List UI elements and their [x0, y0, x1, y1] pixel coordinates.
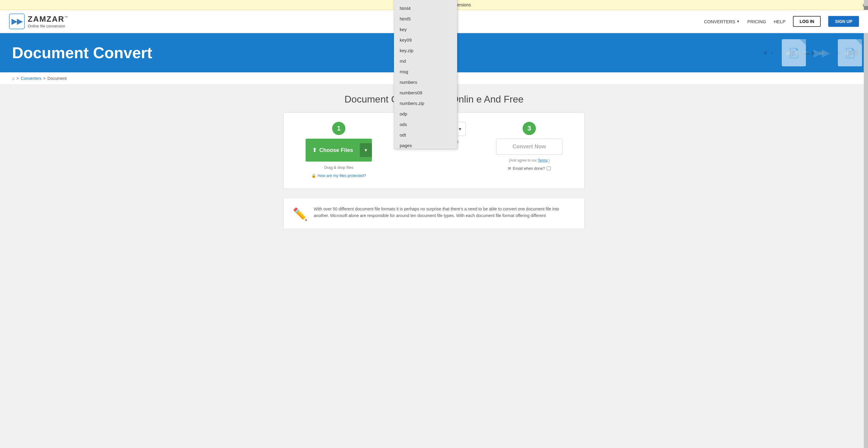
upload-icon: ⬆ [312, 147, 317, 153]
logo-subtitle: Online file conversion [28, 24, 69, 28]
email-icon: ✉ [508, 166, 511, 171]
choose-files-main: ⬆ Choose Files [306, 147, 360, 153]
main-content: Document C onverter — Onlin e And Free 1… [0, 85, 868, 238]
file-icon-right: 📄 [838, 39, 862, 66]
login-button[interactable]: LOG IN [793, 16, 821, 27]
step-3-circle: 3 [523, 122, 536, 135]
step-1-circle: 1 [332, 122, 345, 135]
breadcrumb-home[interactable]: ⌂ [12, 76, 14, 81]
lock-icon: 🔒 [311, 173, 316, 178]
nav-help[interactable]: HELP [774, 19, 785, 24]
converters-caret-icon: ▼ [737, 20, 740, 23]
dropdown-item-odt[interactable]: odt [394, 130, 457, 140]
dropdown-item-html[interactable]: html [394, 0, 457, 3]
logo: ▶▶ ZAMZAR™ Online file conversion [9, 13, 69, 29]
dropdown-item-odp[interactable]: odp [394, 109, 457, 119]
email-done-checkbox[interactable] [547, 167, 551, 170]
dropdown-item-key[interactable]: key [394, 24, 457, 35]
bg-icon-2: ♪ [771, 50, 773, 56]
file-icon-left: 📄 [782, 39, 806, 66]
choose-files-caret[interactable]: ▼ [360, 143, 372, 157]
breadcrumb-sep2: > [43, 76, 45, 81]
nav-converters[interactable]: CONVERTERS ▼ [704, 19, 740, 24]
email-when-done: ✉ Email when done? [508, 166, 551, 171]
dropdown-item-key09[interactable]: key09 [394, 35, 457, 45]
converter-box: 1 ⬆ Choose Files ▼ Drag & drop files 🔒 H… [283, 113, 585, 189]
dropdown-item-html5[interactable]: html5 [394, 13, 457, 24]
drag-drop-text: Drag & drop files [324, 165, 353, 170]
dropdown-item-numberszip[interactable]: numbers.zip [394, 98, 457, 109]
choose-files-button[interactable]: ⬆ Choose Files ▼ [306, 139, 372, 161]
dropdown-item-numbers09[interactable]: numbers09 [394, 87, 457, 98]
step-1: 1 ⬆ Choose Files ▼ Drag & drop files 🔒 H… [296, 122, 382, 178]
description-text: With over 50 different document file for… [314, 206, 575, 219]
nav-pricing[interactable]: PRICING [747, 19, 766, 24]
step-3: 3 Convert Now (And agree to our Terms ) … [486, 122, 572, 171]
logo-text: ZAMZAR™ Online file conversion [28, 14, 69, 28]
step-2: html html4 html5 key key09 key.zip md ms… [391, 122, 477, 144]
dropdown-item-pages[interactable]: pages [394, 140, 457, 149]
logo-name: ZAMZAR™ [28, 14, 69, 24]
dropdown-item-html4[interactable]: html4 [394, 3, 457, 13]
dropdown-item-numbers[interactable]: numbers [394, 77, 457, 87]
converter-steps: 1 ⬆ Choose Files ▼ Drag & drop files 🔒 H… [296, 122, 572, 178]
description-box: ✏️ With over 50 different document file … [283, 198, 585, 229]
hero-title: Document Convert [12, 44, 152, 62]
dropdown-item-ods[interactable]: ods [394, 119, 457, 130]
bg-icon-3: 🎵 [776, 50, 782, 56]
terms-link[interactable]: Terms [538, 158, 548, 162]
dropdown-item-md[interactable]: md [394, 56, 457, 66]
format-dropdown-popup[interactable]: html html4 html5 key key09 key.zip md ms… [394, 0, 457, 149]
signup-button[interactable]: SIGN UP [828, 16, 859, 27]
dropdown-item-keyzip[interactable]: key.zip [394, 45, 457, 56]
logo-arrows-icon: ▶▶ [11, 17, 22, 26]
convert-now-button[interactable]: Convert Now [496, 139, 562, 155]
dropdown-item-msg[interactable]: msg [394, 66, 457, 77]
bg-icon-1: 🖥 [763, 50, 768, 56]
breadcrumb-current: Document [47, 76, 67, 81]
file-protected-link[interactable]: 🔒 How are my files protected? [311, 173, 366, 178]
header-nav: CONVERTERS ▼ PRICING HELP LOG IN SIGN UP [704, 16, 859, 27]
logo-box: ▶▶ [9, 13, 25, 29]
agree-terms-text: (And agree to our Terms ) [509, 158, 550, 162]
description-icon: ✏️ [293, 207, 308, 221]
breadcrumb-sep1: > [16, 76, 19, 81]
breadcrumb-converters[interactable]: Converters [21, 76, 41, 81]
play-arrow-icon: ▶▶ [813, 47, 830, 59]
